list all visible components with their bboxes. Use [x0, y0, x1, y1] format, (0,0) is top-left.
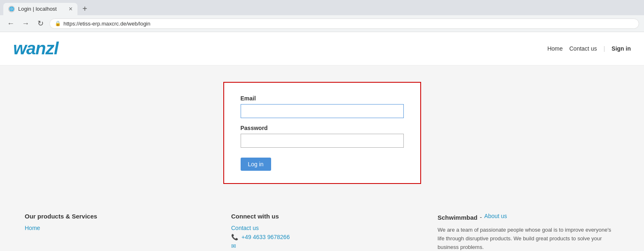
phone-icon: 📞 [231, 234, 238, 240]
footer-col1-title: Our products & Services [25, 213, 206, 220]
nav-signin-link[interactable]: Sign in [611, 45, 631, 52]
nav-home-link[interactable]: Home [547, 45, 562, 52]
tab-favicon: 🌐 [8, 6, 15, 12]
footer-col-products: Our products & Services Home [25, 213, 206, 251]
footer-email: ✉ [231, 243, 413, 249]
page-header: wanzl Home Contact us | Sign in [0, 32, 644, 65]
footer-col3-desc1: We are a team of passionate people whose… [438, 226, 619, 251]
footer-phone-number: +49 4633 9678266 [241, 234, 290, 240]
login-card: Email Password Log in [223, 82, 421, 184]
nav-contact-link[interactable]: Contact us [569, 45, 597, 52]
nav-divider: | [604, 45, 605, 52]
email-label: Email [241, 95, 404, 102]
refresh-button[interactable]: ↻ [35, 18, 46, 29]
footer-col2-title: Connect with us [231, 213, 413, 220]
footer-col3-title: Schwimmbad [438, 214, 478, 221]
logo: wanzl [13, 39, 58, 58]
back-button[interactable]: ← [5, 18, 16, 29]
password-label: Password [241, 125, 404, 131]
main-content: Email Password Log in [0, 65, 644, 200]
url-text: https://etiss-erp.maxcrc.de/web/login [63, 21, 150, 27]
email-icon: ✉ [231, 243, 236, 249]
footer-col3-title-dash: - [480, 214, 482, 221]
password-group: Password [241, 125, 404, 148]
password-input[interactable] [241, 134, 404, 148]
footer-col3-title-row: Schwimmbad - About us [438, 213, 619, 222]
login-button[interactable]: Log in [241, 158, 271, 171]
email-group: Email [241, 95, 404, 118]
browser-chrome: 🌐 Login | localhost × + ← → ↻ 🔒 https://… [0, 0, 644, 32]
email-input[interactable] [241, 104, 404, 118]
footer-col1-link1[interactable]: Home [25, 225, 206, 231]
forward-button[interactable]: → [20, 18, 31, 29]
footer: Our products & Services Home Connect wit… [0, 200, 644, 251]
tab-bar: 🌐 Login | localhost × + [0, 0, 644, 15]
footer-about-link[interactable]: About us [484, 213, 507, 219]
header-nav: Home Contact us | Sign in [547, 45, 631, 52]
footer-columns: Our products & Services Home Connect wit… [25, 213, 619, 251]
lock-icon: 🔒 [55, 21, 61, 26]
footer-col-connect: Connect with us Contact us 📞 +49 4633 96… [231, 213, 413, 251]
footer-phone: 📞 +49 4633 9678266 [231, 234, 413, 240]
tab-close-button[interactable]: × [69, 5, 73, 13]
footer-col-schwimmbad: Schwimmbad - About us We are a team of p… [438, 213, 619, 251]
tab-title: Login | localhost [18, 6, 57, 12]
footer-col2-contact-link[interactable]: Contact us [231, 225, 413, 231]
address-bar: ← → ↻ 🔒 https://etiss-erp.maxcrc.de/web/… [0, 15, 644, 32]
new-tab-button[interactable]: + [79, 2, 91, 15]
active-tab[interactable]: 🌐 Login | localhost × [3, 3, 77, 15]
url-bar[interactable]: 🔒 https://etiss-erp.maxcrc.de/web/login [49, 19, 639, 29]
